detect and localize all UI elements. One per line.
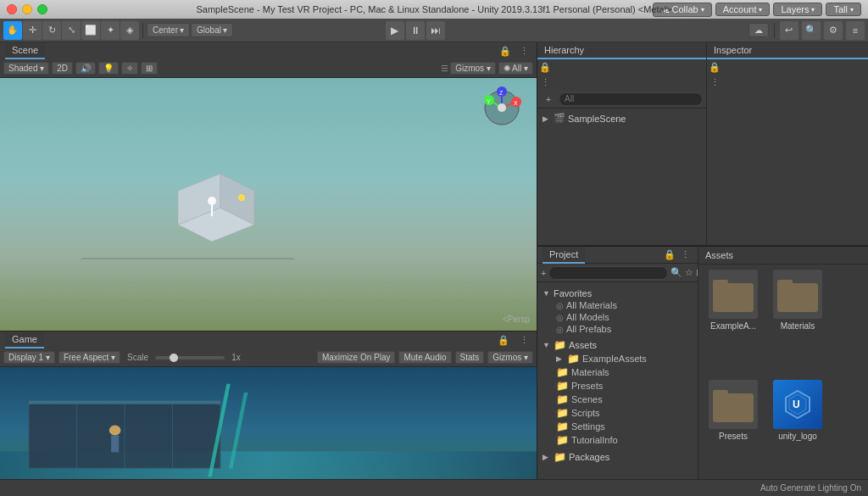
lighting-icon[interactable]: 💡 <box>98 62 119 75</box>
presets-icon <box>709 380 758 429</box>
space-button[interactable]: Global ▾ <box>191 23 233 37</box>
scene-gizmo[interactable]: X Y Z <box>479 85 530 136</box>
packages-header[interactable]: ▶ 📁 Packages <box>537 450 698 464</box>
project-search[interactable] <box>548 266 668 280</box>
scene-lock-icon[interactable]: 🔒 <box>498 43 513 59</box>
layout-button[interactable]: Tall ▾ <box>826 3 861 16</box>
pivot-button[interactable]: Center ▾ <box>147 23 190 37</box>
grid-icon[interactable]: ⊞ <box>141 62 158 75</box>
hierarchy-more-icon[interactable]: ⋮ <box>537 75 553 90</box>
hierarchy-search[interactable] <box>559 92 703 106</box>
minimize-button[interactable] <box>22 4 32 14</box>
scene-toolbar: Shaded ▾ 2D 🔊 💡 ✧ ⊞ ☰ Gizmos ▾ ✺ <box>0 59 537 78</box>
scene-more-icon[interactable]: ⋮ <box>516 43 531 59</box>
hierarchy-panel: Hierarchy 🔒 ⋮ + ▶ 🎬 SampleScene <box>537 42 707 245</box>
all-models-item[interactable]: ◎ All Models <box>537 311 698 323</box>
unity-logo-asset[interactable]: U unity_logo <box>768 380 827 485</box>
mute-audio[interactable]: Mute Audio <box>398 351 451 364</box>
packages-arrow-icon: ▶ <box>542 453 551 461</box>
svg-text:Z: Z <box>499 90 504 96</box>
maximize-button[interactable] <box>37 4 47 14</box>
tool-rotate[interactable]: ↻ <box>42 21 61 40</box>
project-more-icon[interactable]: ⋮ <box>677 248 693 263</box>
game-lock-icon[interactable]: 🔒 <box>496 332 511 348</box>
svg-point-24 <box>109 426 121 436</box>
pause-button[interactable]: ⏸ <box>406 21 425 40</box>
scenes-folder-item[interactable]: 📁 Scenes <box>537 393 698 406</box>
undo-icon[interactable]: ↩ <box>780 21 798 40</box>
play-button[interactable]: ▶ <box>386 21 404 40</box>
tool-hand[interactable]: ✋ <box>3 21 22 40</box>
shading-dropdown[interactable]: Shaded ▾ <box>3 62 49 75</box>
close-button[interactable] <box>7 4 17 14</box>
hierarchy-add-icon[interactable]: + <box>541 92 556 107</box>
presets-folder-item[interactable]: 📁 Presets <box>537 379 698 393</box>
settings-icon[interactable]: ⚙ <box>824 21 843 40</box>
scripts-folder-item[interactable]: 📁 Scripts <box>537 406 698 420</box>
display-dropdown[interactable]: Display 1 ▾ <box>3 351 55 364</box>
tool-move[interactable]: ✛ <box>23 21 42 40</box>
project-star-icon[interactable]: ☆ <box>685 265 693 281</box>
all-materials-item[interactable]: ◎ All Materials <box>537 299 698 311</box>
assets-header[interactable]: ▼ 📁 Assets <box>537 338 698 352</box>
tutorial-folder-item[interactable]: 📁 TutorialInfo <box>537 433 698 447</box>
2d-button[interactable]: 2D <box>52 62 73 75</box>
project-add-icon[interactable]: + <box>541 265 546 281</box>
hierarchy-tab[interactable]: Hierarchy <box>537 42 706 59</box>
materials-asset[interactable]: Materials <box>768 270 827 375</box>
scene-tab[interactable]: Scene <box>5 42 45 59</box>
tool-transform[interactable]: ✦ <box>101 21 120 40</box>
svg-rect-30 <box>777 283 818 312</box>
favorites-header[interactable]: ▼ Favorites <box>537 287 698 299</box>
tutorial-folder-icon: 📁 <box>556 434 569 446</box>
all-layers-dropdown[interactable]: ✺ All ▾ <box>498 62 533 75</box>
tool-custom[interactable]: ◈ <box>120 21 139 40</box>
example-assets-asset[interactable]: ExampleA... <box>704 270 763 375</box>
hierarchy-lock-icon[interactable]: 🔒 <box>537 59 553 75</box>
gizmos-dropdown[interactable]: Gizmos ▾ <box>450 62 496 75</box>
account-button[interactable]: Account ▾ <box>715 3 771 16</box>
game-gizmos[interactable]: Gizmos ▾ <box>487 351 533 364</box>
materials-folder-icon: 📁 <box>556 366 569 378</box>
scene-persp-label: <Persp <box>503 315 530 324</box>
search-icon[interactable]: 🔍 <box>802 21 821 40</box>
step-button[interactable]: ⏭ <box>426 21 445 40</box>
materials-folder-item[interactable]: 📁 Materials <box>537 365 698 379</box>
scripts-folder-icon: 📁 <box>556 407 569 419</box>
all-prefabs-item[interactable]: ◎ All Prefabs <box>537 323 698 335</box>
svg-rect-25 <box>111 435 119 452</box>
favorites-section: ▼ Favorites ◎ All Materials ◎ All Models <box>537 286 698 337</box>
project-lock-icon[interactable]: 🔒 <box>662 248 677 263</box>
aspect-dropdown[interactable]: Free Aspect ▾ <box>58 351 120 364</box>
inspector-more-icon[interactable]: ⋮ <box>707 75 722 90</box>
collab-arrow-icon: ▾ <box>701 6 704 14</box>
layers-button[interactable]: Layers ▾ <box>773 3 822 16</box>
game-tab[interactable]: Game <box>5 332 44 348</box>
maximize-on-play[interactable]: Maximize On Play <box>317 351 396 364</box>
hierarchy-toolbar: + <box>537 90 706 109</box>
settings-folder-icon: 📁 <box>556 421 569 432</box>
game-more-icon[interactable]: ⋮ <box>516 332 531 348</box>
fx-icon[interactable]: ✧ <box>121 62 138 75</box>
example-assets-item[interactable]: ▶ 📁 ExampleAssets <box>537 352 698 365</box>
packages-section: ▶ 📁 Packages <box>537 449 698 465</box>
presets-asset[interactable]: Presets <box>704 380 763 485</box>
search-circle-icon-2: ◎ <box>556 313 564 322</box>
settings-folder-item[interactable]: 📁 Settings <box>537 420 698 433</box>
stats-button[interactable]: Stats <box>455 351 485 364</box>
unity-logo-label: unity_logo <box>778 432 817 441</box>
svg-rect-20 <box>29 401 220 404</box>
hierarchy-sample-scene[interactable]: ▶ 🎬 SampleScene <box>537 112 706 125</box>
inspector-lock-icon[interactable]: 🔒 <box>707 59 722 75</box>
tool-rect[interactable]: ⬜ <box>81 21 100 40</box>
tool-scale[interactable]: ⤡ <box>62 21 81 40</box>
asset-grid: ExampleA... Materials <box>698 265 868 489</box>
services-icon[interactable]: ☁ <box>748 23 769 37</box>
scale-slider[interactable] <box>155 356 225 359</box>
layers-icon[interactable]: ≡ <box>846 21 865 40</box>
audio-icon[interactable]: 🔊 <box>75 62 96 75</box>
project-tab[interactable]: Project <box>542 247 585 264</box>
inspector-tab[interactable]: Inspector <box>707 42 868 59</box>
scene-object <box>161 165 263 250</box>
project-search-icon[interactable]: 🔍 <box>670 265 682 281</box>
